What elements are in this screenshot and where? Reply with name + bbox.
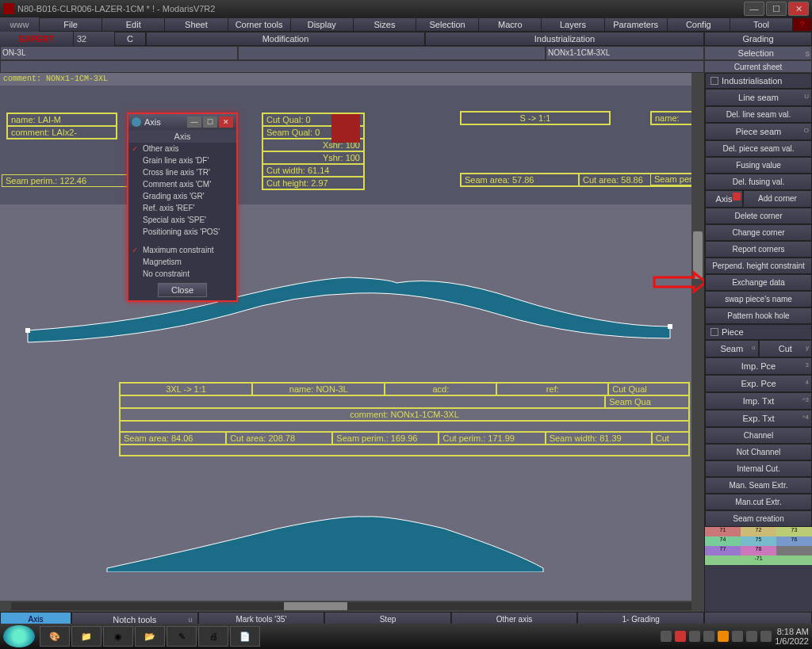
pattern-piece-1[interactable] bbox=[24, 255, 674, 350]
menu-tool[interactable]: Tool bbox=[730, 17, 793, 32]
menu-file[interactable]: File bbox=[40, 17, 102, 32]
submenu-grading[interactable]: Grading bbox=[704, 32, 812, 46]
btn-mancut-extr[interactable]: Man.cut Extr. bbox=[705, 494, 812, 510]
btn-not-channel[interactable]: Not Channel bbox=[705, 444, 812, 460]
btn-change-corner[interactable]: Change corner bbox=[705, 224, 812, 241]
canvas[interactable]: comment: NONx1-1CM-3XL name: LAI-M comme… bbox=[0, 73, 704, 612]
pattern-piece-2[interactable] bbox=[103, 509, 547, 572]
btn-internal-cut[interactable]: Internal Cut. bbox=[705, 460, 812, 477]
opt-comment-axis[interactable]: Comment axis 'CM' bbox=[128, 178, 236, 190]
btn-del-fusing-val[interactable]: Del. fusing val. bbox=[705, 174, 812, 190]
btn-imp-txt[interactable]: Imp. Txt^3 bbox=[705, 392, 812, 410]
task-icon-folder[interactable]: 📂 bbox=[135, 626, 165, 647]
info-seam-per-tr: Seam per bbox=[650, 173, 698, 185]
logo-icon bbox=[331, 114, 360, 143]
axis-dialog-title-bar[interactable]: Axis — ☐ ✕ bbox=[128, 114, 236, 130]
btn-delete-corner[interactable]: Delete corner bbox=[705, 208, 812, 224]
btn-report-corners[interactable]: Report corners bbox=[705, 241, 812, 258]
tray-icon-3[interactable] bbox=[703, 631, 714, 642]
btn-add-corner[interactable]: Add corner bbox=[743, 190, 812, 208]
opt-ref-axis[interactable]: Ref. axis 'REF' bbox=[128, 202, 236, 214]
tray-icon[interactable] bbox=[661, 631, 672, 642]
header-current-sheet[interactable]: Current sheet bbox=[704, 60, 812, 73]
submenu-modification[interactable]: Modification bbox=[146, 32, 425, 46]
menu-sheet[interactable]: Sheet bbox=[165, 17, 228, 32]
tray-icon-v[interactable] bbox=[675, 631, 686, 642]
color-grid: 71 72 73 74 75 76 77 78 -71 bbox=[705, 527, 812, 565]
tray-icon-4[interactable] bbox=[718, 631, 729, 642]
btn-swap-piece-name[interactable]: swap piece's name bbox=[705, 291, 812, 307]
taskbar-clock[interactable]: 8:18 AM 1/6/2022 bbox=[775, 627, 809, 646]
btn-channel[interactable]: Channel bbox=[705, 427, 812, 444]
minimize-button[interactable]: — bbox=[744, 2, 764, 16]
vertical-scrollbar[interactable] bbox=[691, 73, 704, 612]
btn-exchange-data[interactable]: Exchange data bbox=[705, 274, 812, 291]
opt-special-axis[interactable]: Special axis 'SPE' bbox=[128, 214, 236, 226]
task-icon-print[interactable]: 🖨 bbox=[198, 626, 228, 647]
btn-piece-seam[interactable]: Piece seamO bbox=[705, 123, 812, 140]
taskbar: 🎨 📁 ◉ 📂 ✎ 🖨 📄 8:18 AM 1/6/2022 bbox=[0, 624, 812, 649]
btn-del-piece-seam-val[interactable]: Del. piece seam val. bbox=[705, 140, 812, 157]
section-industrialisation[interactable]: Industrialisation bbox=[705, 73, 812, 89]
btn-seam-creation[interactable]: Seam creation bbox=[705, 510, 812, 527]
btn-exp-pce[interactable]: Exp. Pce4 bbox=[705, 375, 812, 392]
btn-perpend-height[interactable]: Perpend. height constraint bbox=[705, 258, 812, 274]
opt-no-constraint[interactable]: No constraint bbox=[128, 268, 236, 280]
dialog-minimize-button[interactable]: — bbox=[187, 116, 201, 128]
axis-add-corner-row: Axis Add corner bbox=[705, 190, 812, 208]
task-icon-paint[interactable]: 🎨 bbox=[40, 626, 70, 647]
header-selection[interactable]: Selections bbox=[704, 46, 812, 60]
btn-cut[interactable]: Cuty bbox=[759, 340, 813, 357]
system-tray[interactable]: 8:18 AM 1/6/2022 bbox=[661, 627, 809, 646]
menu-sizes[interactable]: Sizes bbox=[354, 17, 416, 32]
btn-fusing-value[interactable]: Fusing value bbox=[705, 157, 812, 174]
task-icon-note[interactable]: 📄 bbox=[230, 626, 260, 647]
axis-close-button[interactable]: Close bbox=[158, 283, 207, 297]
section-piece[interactable]: Piece bbox=[705, 324, 812, 340]
menu-display[interactable]: Display bbox=[291, 17, 354, 32]
opt-magnetism[interactable]: Magnetism bbox=[128, 256, 236, 268]
btn-axis[interactable]: Axis bbox=[705, 190, 743, 208]
www-label[interactable]: www bbox=[0, 17, 40, 32]
info-top-right-name: name: bbox=[650, 111, 694, 125]
opt-cross-line[interactable]: Cross line axis 'TR' bbox=[128, 166, 236, 178]
submenu-c[interactable]: C bbox=[114, 32, 146, 46]
opt-positioning-axis[interactable]: Positioning axis 'POS' bbox=[128, 226, 236, 238]
opt-grading-axis[interactable]: Grading axis 'GR' bbox=[128, 190, 236, 202]
tray-icon-net[interactable] bbox=[732, 631, 743, 642]
dialog-maximize-button[interactable]: ☐ bbox=[203, 116, 217, 128]
opt-max-constraint[interactable]: Maximum constraint bbox=[128, 244, 236, 256]
menu-edit[interactable]: Edit bbox=[102, 17, 165, 32]
tray-icon-vol[interactable] bbox=[746, 631, 757, 642]
expert-number: 32 bbox=[73, 32, 114, 46]
header-right: NONx1-1CM-3XL bbox=[546, 46, 704, 60]
tray-icon-flag[interactable] bbox=[760, 631, 772, 642]
start-button[interactable] bbox=[3, 625, 35, 647]
task-icon-explorer[interactable]: 📁 bbox=[71, 626, 102, 647]
opt-grain-line[interactable]: Grain line axis 'DF' bbox=[128, 155, 236, 166]
menu-selection[interactable]: Selection bbox=[416, 17, 479, 32]
maximize-button[interactable]: ☐ bbox=[766, 2, 787, 16]
horizontal-scrollbar[interactable] bbox=[0, 601, 704, 612]
menu-parameters[interactable]: Parameters bbox=[605, 17, 668, 32]
task-icon-chrome[interactable]: ◉ bbox=[103, 626, 133, 647]
menu-config[interactable]: Config bbox=[668, 17, 730, 32]
btn-line-seam[interactable]: Line seamU bbox=[705, 89, 812, 106]
opt-other-axis[interactable]: Other axis bbox=[128, 143, 236, 155]
info-top-left: name: LAI-M comment: LAIx2- bbox=[6, 113, 117, 139]
btn-pattern-hook-hole[interactable]: Pattern hook hole bbox=[705, 307, 812, 324]
submenu-industrialization[interactable]: Industrialization bbox=[425, 32, 704, 46]
btn-seam[interactable]: Seamo bbox=[705, 340, 759, 357]
btn-man-seam-extr[interactable]: Man. Seam Extr. bbox=[705, 477, 812, 494]
dialog-close-button[interactable]: ✕ bbox=[219, 116, 233, 128]
tray-icon-2[interactable] bbox=[689, 631, 700, 642]
task-icon-app[interactable]: ✎ bbox=[167, 626, 197, 647]
btn-imp-pce[interactable]: Imp. Pce3 bbox=[705, 357, 812, 375]
menu-layers[interactable]: Layers bbox=[542, 17, 604, 32]
menu-help[interactable]: ? bbox=[793, 17, 812, 32]
menu-macro[interactable]: Macro bbox=[479, 17, 542, 32]
btn-del-line-seam-val[interactable]: Del. line seam val. bbox=[705, 106, 812, 123]
menu-corner-tools[interactable]: Corner tools bbox=[228, 17, 291, 32]
btn-exp-txt[interactable]: Exp. Txt^4 bbox=[705, 410, 812, 427]
window-close-button[interactable]: ✕ bbox=[788, 2, 809, 16]
